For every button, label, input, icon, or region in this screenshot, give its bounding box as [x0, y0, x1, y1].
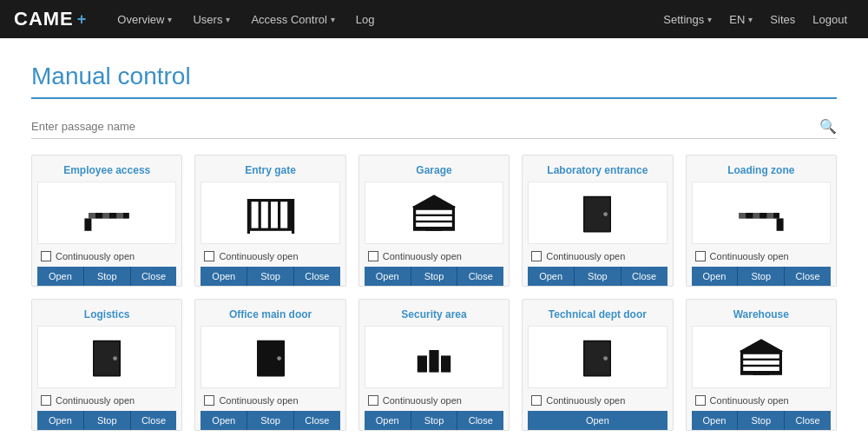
card-buttons-loading-zone: OpenStopClose: [692, 267, 831, 286]
card-icon-office-main-door: [201, 326, 339, 388]
card-checkbox-warehouse[interactable]: [695, 395, 706, 406]
card-garage: Garage Continuously openOpenStopClose: [358, 155, 510, 287]
card-checkbox-logistics[interactable]: [41, 395, 51, 406]
card-checkbox-laboratory-entrance[interactable]: [531, 251, 542, 261]
card-checkbox-row-warehouse: Continuously open: [692, 395, 789, 406]
card-btn-open-security-area[interactable]: Open: [365, 411, 411, 430]
card-btn-stop-office-main-door[interactable]: Stop: [247, 411, 294, 430]
nav-logout[interactable]: Logout: [806, 0, 854, 38]
card-btn-stop-garage[interactable]: Stop: [411, 267, 458, 286]
card-checkbox-row-security-area: Continuously open: [365, 395, 462, 406]
card-btn-open-entry-gate[interactable]: Open: [201, 267, 247, 286]
svg-rect-6: [116, 213, 123, 218]
card-checkbox-row-employee-access: Continuously open: [37, 251, 135, 261]
card-btn-close-employee-access[interactable]: Close: [131, 267, 177, 286]
card-btn-open-technical-dept-door[interactable]: Open: [528, 411, 667, 430]
card-checkbox-label-logistics: Continuously open: [56, 395, 135, 406]
card-checkbox-label-employee-access: Continuously open: [56, 251, 135, 261]
chevron-down-icon: ▾: [707, 15, 712, 24]
card-checkbox-garage[interactable]: [368, 251, 378, 261]
card-employee-access: Employee access Continuously openOpenSto…: [31, 155, 182, 287]
card-btn-stop-laboratory-entrance[interactable]: Stop: [575, 267, 621, 286]
card-btn-close-loading-zone[interactable]: Close: [785, 267, 831, 286]
brand-plus: +: [77, 10, 87, 29]
svg-marker-43: [739, 339, 783, 351]
card-checkbox-technical-dept-door[interactable]: [531, 395, 542, 406]
card-title-security-area: Security area: [401, 308, 466, 321]
card-btn-stop-warehouse[interactable]: Stop: [738, 411, 785, 430]
card-icon-technical-dept-door: [528, 326, 667, 388]
svg-rect-37: [418, 355, 427, 372]
card-btn-close-security-area[interactable]: Close: [457, 411, 503, 430]
card-title-logistics: Logistics: [84, 308, 130, 321]
card-icon-employee-access: [37, 182, 176, 244]
nav-log[interactable]: Log: [345, 0, 385, 38]
search-bar: 🔍: [31, 118, 837, 139]
svg-rect-20: [425, 228, 442, 231]
card-icon-garage: [365, 182, 503, 244]
nav-users[interactable]: Users ▾: [182, 0, 240, 38]
nav-settings[interactable]: Settings ▾: [656, 0, 719, 38]
card-checkbox-label-security-area: Continuously open: [383, 395, 462, 406]
card-btn-stop-employee-access[interactable]: Stop: [84, 267, 131, 286]
card-title-loading-zone: Loading zone: [727, 164, 794, 176]
card-btn-close-warehouse[interactable]: Close: [785, 411, 831, 430]
card-btn-close-garage[interactable]: Close: [457, 267, 503, 286]
search-input[interactable]: [31, 120, 819, 133]
card-checkbox-loading-zone[interactable]: [695, 251, 706, 261]
card-btn-open-garage[interactable]: Open: [365, 267, 411, 286]
card-btn-stop-logistics[interactable]: Stop: [84, 411, 131, 430]
card-checkbox-security-area[interactable]: [368, 395, 378, 406]
card-office-main-door: Office main door Continuously openOpenSt…: [194, 299, 345, 431]
card-icon-laboratory-entrance: [528, 182, 667, 244]
svg-marker-15: [411, 195, 456, 207]
nav-sites[interactable]: Sites: [763, 0, 802, 38]
svg-rect-47: [743, 367, 779, 371]
card-btn-open-logistics[interactable]: Open: [37, 411, 84, 430]
search-icon[interactable]: 🔍: [819, 118, 837, 135]
card-btn-stop-loading-zone[interactable]: Stop: [738, 267, 785, 286]
cards-grid: Employee access Continuously openOpenSto…: [31, 155, 837, 431]
svg-rect-39: [441, 355, 450, 372]
card-icon-entry-gate: [201, 182, 339, 244]
card-btn-stop-entry-gate[interactable]: Stop: [247, 267, 294, 286]
card-buttons-warehouse: OpenStopClose: [692, 411, 831, 430]
card-btn-close-entry-gate[interactable]: Close: [294, 267, 340, 286]
card-btn-open-office-main-door[interactable]: Open: [201, 411, 247, 430]
card-btn-open-employee-access[interactable]: Open: [37, 267, 84, 286]
card-checkbox-row-logistics: Continuously open: [37, 395, 135, 406]
nav-right: Settings ▾ EN ▾ Sites Logout: [656, 0, 854, 38]
chevron-down-icon: ▾: [226, 15, 230, 24]
chevron-down-icon: ▾: [168, 15, 172, 24]
card-checkbox-row-entry-gate: Continuously open: [201, 251, 298, 261]
card-checkbox-employee-access[interactable]: [41, 251, 51, 261]
nav-access-control[interactable]: Access Control ▾: [240, 0, 345, 38]
card-checkbox-office-main-door[interactable]: [204, 395, 214, 406]
card-btn-close-logistics[interactable]: Close: [131, 411, 177, 430]
card-btn-close-office-main-door[interactable]: Close: [294, 411, 340, 430]
svg-rect-18: [416, 216, 452, 221]
chevron-down-icon: ▾: [748, 15, 753, 24]
brand[interactable]: CAME +: [14, 8, 86, 30]
svg-rect-11: [271, 202, 278, 228]
card-btn-close-laboratory-entrance[interactable]: Close: [621, 267, 667, 286]
nav-language[interactable]: EN ▾: [722, 0, 760, 38]
card-btn-open-laboratory-entrance[interactable]: Open: [528, 267, 575, 286]
card-checkbox-row-loading-zone: Continuously open: [692, 251, 789, 261]
card-btn-open-warehouse[interactable]: Open: [692, 411, 739, 430]
card-icon-logistics: [37, 326, 176, 388]
card-checkbox-row-technical-dept-door: Continuously open: [528, 395, 625, 406]
card-technical-dept-door: Technical dept door Continuously openOpe…: [522, 299, 673, 431]
card-title-employee-access: Employee access: [63, 164, 150, 176]
card-btn-stop-security-area[interactable]: Stop: [411, 411, 458, 430]
nav-overview[interactable]: Overview ▾: [107, 0, 182, 38]
svg-rect-12: [280, 202, 287, 228]
svg-point-23: [604, 212, 608, 216]
card-btn-open-loading-zone[interactable]: Open: [692, 267, 739, 286]
svg-rect-4: [102, 213, 109, 218]
brand-name: CAME: [14, 8, 74, 30]
card-checkbox-entry-gate[interactable]: [204, 251, 214, 261]
card-laboratory-entrance: Laboratory entrance Continuously openOpe…: [522, 155, 673, 287]
svg-rect-45: [743, 354, 779, 359]
card-title-entry-gate: Entry gate: [245, 164, 296, 176]
